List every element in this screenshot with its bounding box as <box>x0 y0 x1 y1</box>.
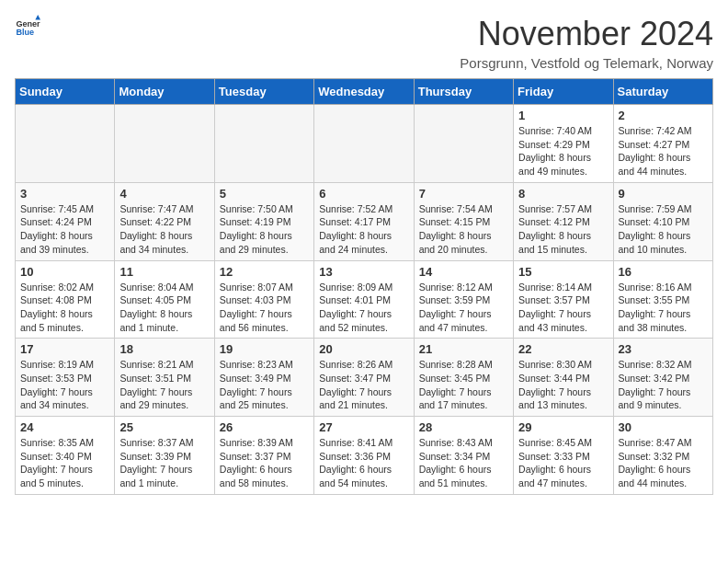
calendar-day: 26Sunrise: 8:39 AMSunset: 3:37 PMDayligh… <box>214 417 313 495</box>
day-number: 18 <box>119 342 209 356</box>
calendar-week: 3Sunrise: 7:45 AMSunset: 4:24 PMDaylight… <box>16 182 713 260</box>
calendar-day: 20Sunrise: 8:26 AMSunset: 3:47 PMDayligh… <box>314 339 414 417</box>
day-info: Sunrise: 8:04 AMSunset: 4:05 PMDaylight:… <box>119 281 209 335</box>
calendar-week: 17Sunrise: 8:19 AMSunset: 3:53 PMDayligh… <box>16 339 713 417</box>
calendar-day: 14Sunrise: 8:12 AMSunset: 3:59 PMDayligh… <box>414 260 513 339</box>
day-info: Sunrise: 7:57 AMSunset: 4:12 PMDaylight:… <box>518 202 608 257</box>
day-number: 11 <box>119 265 209 279</box>
calendar-day: 19Sunrise: 8:23 AMSunset: 3:49 PMDayligh… <box>214 339 313 417</box>
day-info: Sunrise: 7:45 AMSunset: 4:24 PMDaylight:… <box>20 202 109 257</box>
day-info: Sunrise: 8:09 AMSunset: 4:01 PMDaylight:… <box>319 281 408 335</box>
day-info: Sunrise: 8:47 AMSunset: 3:32 PMDaylight:… <box>619 436 708 490</box>
calendar-day: 2Sunrise: 7:42 AMSunset: 4:27 PMDaylight… <box>613 105 712 183</box>
calendar-day: 29Sunrise: 8:45 AMSunset: 3:33 PMDayligh… <box>514 417 613 495</box>
calendar-day: 7Sunrise: 7:54 AMSunset: 4:15 PMDaylight… <box>414 182 513 260</box>
day-info: Sunrise: 7:42 AMSunset: 4:27 PMDaylight:… <box>619 124 708 178</box>
calendar-day: 5Sunrise: 7:50 AMSunset: 4:19 PMDaylight… <box>214 182 313 260</box>
days-of-week-row: SundayMondayTuesdayWednesdayThursdayFrid… <box>16 79 713 105</box>
day-info: Sunrise: 8:41 AMSunset: 3:36 PMDaylight:… <box>319 436 408 490</box>
calendar-day: 6Sunrise: 7:52 AMSunset: 4:17 PMDaylight… <box>314 182 414 260</box>
day-number: 5 <box>220 187 309 201</box>
calendar-day: 17Sunrise: 8:19 AMSunset: 3:53 PMDayligh… <box>16 339 115 417</box>
dow-header: Thursday <box>414 79 513 105</box>
calendar-week: 1Sunrise: 7:40 AMSunset: 4:29 PMDaylight… <box>16 105 713 183</box>
day-info: Sunrise: 7:52 AMSunset: 4:17 PMDaylight:… <box>319 202 408 257</box>
calendar: SundayMondayTuesdayWednesdayThursdayFrid… <box>15 78 713 495</box>
day-info: Sunrise: 8:43 AMSunset: 3:34 PMDaylight:… <box>419 436 508 490</box>
calendar-day: 13Sunrise: 8:09 AMSunset: 4:01 PMDayligh… <box>314 260 414 339</box>
day-number: 28 <box>419 420 508 434</box>
header: General Blue November 2024 Porsgrunn, Ve… <box>15 15 713 71</box>
title-block: November 2024 Porsgrunn, Vestfold og Tel… <box>460 15 713 71</box>
day-number: 16 <box>619 265 708 279</box>
day-number: 8 <box>518 187 608 201</box>
day-info: Sunrise: 7:59 AMSunset: 4:10 PMDaylight:… <box>619 202 708 257</box>
calendar-day: 23Sunrise: 8:32 AMSunset: 3:42 PMDayligh… <box>613 339 712 417</box>
day-info: Sunrise: 7:50 AMSunset: 4:19 PMDaylight:… <box>220 202 309 257</box>
day-number: 12 <box>220 265 309 279</box>
day-number: 17 <box>20 342 109 356</box>
day-info: Sunrise: 7:54 AMSunset: 4:15 PMDaylight:… <box>419 202 508 257</box>
day-number: 15 <box>518 265 608 279</box>
dow-header: Sunday <box>16 79 115 105</box>
calendar-day: 24Sunrise: 8:35 AMSunset: 3:40 PMDayligh… <box>16 417 115 495</box>
svg-marker-2 <box>35 15 40 20</box>
day-info: Sunrise: 8:07 AMSunset: 4:03 PMDaylight:… <box>220 281 309 335</box>
calendar-day: 30Sunrise: 8:47 AMSunset: 3:32 PMDayligh… <box>613 417 712 495</box>
calendar-week: 10Sunrise: 8:02 AMSunset: 4:08 PMDayligh… <box>16 260 713 339</box>
day-number: 9 <box>619 187 708 201</box>
calendar-day: 15Sunrise: 8:14 AMSunset: 3:57 PMDayligh… <box>514 260 613 339</box>
day-number: 27 <box>319 420 408 434</box>
day-number: 29 <box>518 420 608 434</box>
day-info: Sunrise: 7:47 AMSunset: 4:22 PMDaylight:… <box>119 202 209 257</box>
day-info: Sunrise: 8:19 AMSunset: 3:53 PMDaylight:… <box>20 358 109 412</box>
calendar-day: 12Sunrise: 8:07 AMSunset: 4:03 PMDayligh… <box>214 260 313 339</box>
calendar-day <box>115 105 214 183</box>
dow-header: Wednesday <box>314 79 414 105</box>
calendar-day <box>214 105 313 183</box>
day-number: 30 <box>619 420 708 434</box>
svg-text:Blue: Blue <box>16 28 34 37</box>
calendar-day: 28Sunrise: 8:43 AMSunset: 3:34 PMDayligh… <box>414 417 513 495</box>
day-info: Sunrise: 7:40 AMSunset: 4:29 PMDaylight:… <box>518 124 608 178</box>
dow-header: Tuesday <box>214 79 313 105</box>
logo-icon: General Blue <box>15 15 40 40</box>
day-info: Sunrise: 8:39 AMSunset: 3:37 PMDaylight:… <box>220 436 309 490</box>
calendar-day: 11Sunrise: 8:04 AMSunset: 4:05 PMDayligh… <box>115 260 214 339</box>
day-info: Sunrise: 8:35 AMSunset: 3:40 PMDaylight:… <box>20 436 109 490</box>
month-title: November 2024 <box>460 15 713 53</box>
dow-header: Monday <box>115 79 214 105</box>
day-number: 3 <box>20 187 109 201</box>
day-number: 23 <box>619 342 708 356</box>
day-number: 14 <box>419 265 508 279</box>
day-info: Sunrise: 8:21 AMSunset: 3:51 PMDaylight:… <box>119 358 209 412</box>
calendar-day: 1Sunrise: 7:40 AMSunset: 4:29 PMDaylight… <box>514 105 613 183</box>
dow-header: Saturday <box>613 79 712 105</box>
calendar-day: 8Sunrise: 7:57 AMSunset: 4:12 PMDaylight… <box>514 182 613 260</box>
calendar-week: 24Sunrise: 8:35 AMSunset: 3:40 PMDayligh… <box>16 417 713 495</box>
day-number: 21 <box>419 342 508 356</box>
day-info: Sunrise: 8:26 AMSunset: 3:47 PMDaylight:… <box>319 358 408 412</box>
day-info: Sunrise: 8:37 AMSunset: 3:39 PMDaylight:… <box>119 436 209 490</box>
day-number: 1 <box>518 109 608 122</box>
calendar-day: 21Sunrise: 8:28 AMSunset: 3:45 PMDayligh… <box>414 339 513 417</box>
day-info: Sunrise: 8:02 AMSunset: 4:08 PMDaylight:… <box>20 281 109 335</box>
day-number: 19 <box>220 342 309 356</box>
day-number: 22 <box>518 342 608 356</box>
day-info: Sunrise: 8:45 AMSunset: 3:33 PMDaylight:… <box>518 436 608 490</box>
svg-text:General: General <box>16 19 40 29</box>
dow-header: Friday <box>514 79 613 105</box>
day-number: 10 <box>20 265 109 279</box>
logo: General Blue <box>15 15 40 40</box>
calendar-day <box>16 105 115 183</box>
calendar-day: 22Sunrise: 8:30 AMSunset: 3:44 PMDayligh… <box>514 339 613 417</box>
day-info: Sunrise: 8:14 AMSunset: 3:57 PMDaylight:… <box>518 281 608 335</box>
day-info: Sunrise: 8:16 AMSunset: 3:55 PMDaylight:… <box>619 281 708 335</box>
day-info: Sunrise: 8:30 AMSunset: 3:44 PMDaylight:… <box>518 358 608 412</box>
day-number: 13 <box>319 265 408 279</box>
day-number: 4 <box>119 187 209 201</box>
calendar-day: 27Sunrise: 8:41 AMSunset: 3:36 PMDayligh… <box>314 417 414 495</box>
day-info: Sunrise: 8:32 AMSunset: 3:42 PMDaylight:… <box>619 358 708 412</box>
calendar-day: 10Sunrise: 8:02 AMSunset: 4:08 PMDayligh… <box>16 260 115 339</box>
calendar-day: 25Sunrise: 8:37 AMSunset: 3:39 PMDayligh… <box>115 417 214 495</box>
